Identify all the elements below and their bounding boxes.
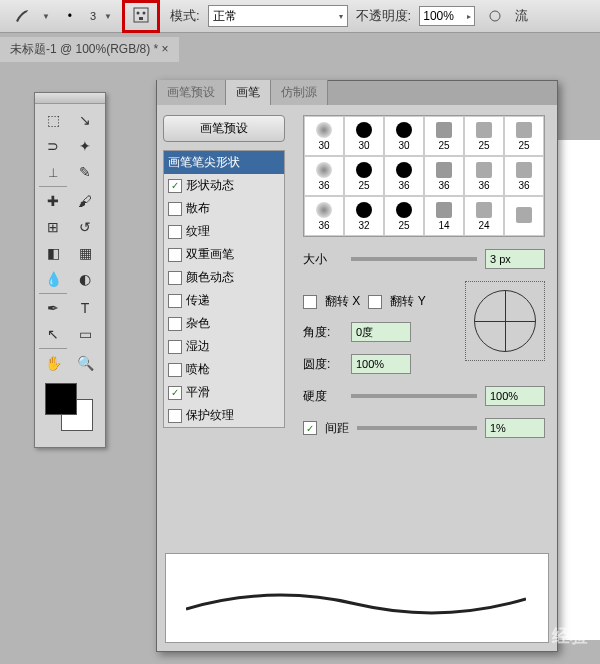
move-tool[interactable]: ↘ [71,108,99,132]
stamp-tool[interactable]: ⊞ [39,215,67,239]
brush-option-row[interactable]: 颜色动态 [164,266,284,289]
option-checkbox[interactable] [168,248,182,262]
brush-tip-cell[interactable]: 36 [504,156,544,196]
size-slider[interactable] [351,257,477,261]
gradient-tool[interactable]: ▦ [71,241,99,265]
roundness-input[interactable]: 100% [351,354,411,374]
flip-x-checkbox[interactable] [303,295,317,309]
shape-tool[interactable]: ▭ [71,322,99,346]
brush-icon[interactable] [10,4,34,28]
brush-tip-cell[interactable]: 36 [384,156,424,196]
opacity-pressure-icon[interactable] [483,4,507,28]
panel-grip[interactable] [35,93,105,104]
brush-option-row[interactable]: 湿边 [164,335,284,358]
brush-tip-cell[interactable]: 14 [424,196,464,236]
brush-panel-toggle-button[interactable] [122,0,160,33]
hardness-slider[interactable] [351,394,477,398]
brush-option-row[interactable]: 画笔笔尖形状 [164,151,284,174]
brush-tool[interactable]: 🖌 [71,189,99,213]
document-tab[interactable]: 未标题-1 @ 100%(RGB/8) * × [0,37,179,62]
option-checkbox[interactable] [168,363,182,377]
tab-brush-presets[interactable]: 画笔预设 [157,80,226,105]
option-checkbox[interactable] [168,340,182,354]
spacing-input[interactable]: 1% [485,418,545,438]
brush-option-row[interactable]: 传递 [164,289,284,312]
option-checkbox[interactable] [168,271,182,285]
path-select-tool[interactable]: ↖ [39,322,67,346]
tip-size-label: 24 [478,220,489,231]
flip-y-checkbox[interactable] [368,295,382,309]
tip-size-label: 30 [318,140,329,151]
panel-tab-bar: 画笔预设 画笔 仿制源 [157,81,557,105]
brush-option-row[interactable]: 杂色 [164,312,284,335]
tip-size-label: 36 [438,180,449,191]
option-checkbox[interactable]: ✓ [168,386,182,400]
tab-brush[interactable]: 画笔 [226,80,271,105]
flip-y-label: 翻转 Y [390,293,425,310]
brush-tip-cell[interactable]: 30 [344,116,384,156]
option-checkbox[interactable] [168,202,182,216]
opacity-input[interactable]: 100% ▸ [419,6,475,26]
brush-option-row[interactable]: 纹理 [164,220,284,243]
eyedropper-tool[interactable]: ✎ [71,160,99,184]
brush-tip-cell[interactable]: 25 [424,116,464,156]
brush-option-row[interactable]: 双重画笔 [164,243,284,266]
brush-tip-cell[interactable]: 36 [424,156,464,196]
brush-dropdown-icon[interactable]: ▼ [42,12,50,21]
brush-tip-cell[interactable]: 32 [344,196,384,236]
brush-size-preview-icon[interactable]: • [58,4,82,28]
brush-option-row[interactable]: ✓平滑 [164,381,284,404]
brush-size-value[interactable]: 3 [90,10,96,22]
brush-tip-cell[interactable]: 36 [304,196,344,236]
brush-option-row[interactable]: 保护纹理 [164,404,284,427]
size-input[interactable]: 3 px [485,249,545,269]
type-tool[interactable]: T [71,296,99,320]
brush-option-row[interactable]: 喷枪 [164,358,284,381]
heal-tool[interactable]: ✚ [39,189,67,213]
option-checkbox[interactable] [168,317,182,331]
history-brush-tool[interactable]: ↺ [71,215,99,239]
crop-tool[interactable]: ⟂ [39,160,67,184]
eraser-tool[interactable]: ◧ [39,241,67,265]
marquee-tool[interactable]: ⬚ [39,108,67,132]
option-checkbox[interactable] [168,225,182,239]
brush-option-row[interactable]: ✓形状动态 [164,174,284,197]
chevron-down-icon: ▾ [339,12,343,21]
lasso-tool[interactable]: ⊃ [39,134,67,158]
wand-tool[interactable]: ✦ [71,134,99,158]
angle-control[interactable] [465,281,545,361]
brush-tip-cell[interactable]: 25 [344,156,384,196]
brush-tip-cell[interactable]: 36 [304,156,344,196]
brush-tip-cell[interactable]: 25 [384,196,424,236]
brush-stroke-preview [165,553,549,643]
blur-tool[interactable]: 💧 [39,267,67,291]
option-checkbox[interactable] [168,409,182,423]
tip-size-label: 36 [518,180,529,191]
color-swatches[interactable] [35,379,105,447]
hand-tool[interactable]: ✋ [39,351,67,375]
blend-mode-select[interactable]: 正常 ▾ [208,5,348,27]
angle-input[interactable]: 0度 [351,322,411,342]
brush-option-row[interactable]: 散布 [164,197,284,220]
brush-tip-cell[interactable] [504,196,544,236]
zoom-tool[interactable]: 🔍 [71,351,99,375]
size-dropdown-icon[interactable]: ▼ [104,12,112,21]
brush-tip-cell[interactable]: 24 [464,196,504,236]
pen-tool[interactable]: ✒ [39,296,67,320]
option-checkbox[interactable]: ✓ [168,179,182,193]
tab-clone-source[interactable]: 仿制源 [271,80,328,105]
brush-tip-cell[interactable]: 25 [464,116,504,156]
hardness-input[interactable]: 100% [485,386,545,406]
brush-tip-cell[interactable]: 30 [304,116,344,156]
option-label: 喷枪 [186,361,210,378]
brush-tip-grid[interactable]: 3030302525253625363636363632251424 [303,115,545,237]
brush-tip-cell[interactable]: 25 [504,116,544,156]
spacing-slider[interactable] [357,426,477,430]
spacing-checkbox[interactable]: ✓ [303,421,317,435]
option-checkbox[interactable] [168,294,182,308]
brush-tip-cell[interactable]: 30 [384,116,424,156]
brush-tip-cell[interactable]: 36 [464,156,504,196]
dodge-tool[interactable]: ◐ [71,267,99,291]
foreground-color-swatch[interactable] [45,383,77,415]
brush-presets-button[interactable]: 画笔预设 [163,115,285,142]
